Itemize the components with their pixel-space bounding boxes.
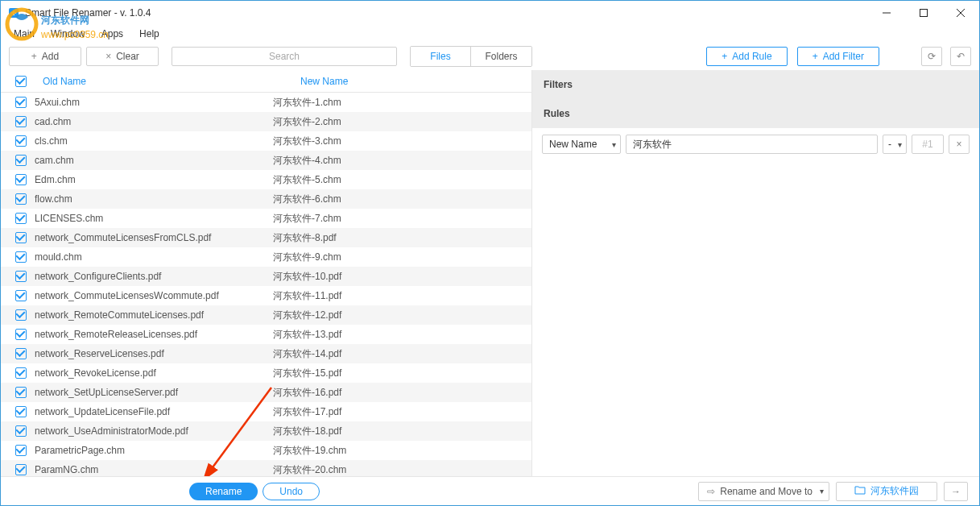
row-checkbox[interactable] — [15, 425, 27, 437]
table-row[interactable]: flow.chm河东软件-6.chm — [1, 189, 531, 209]
row-checkbox[interactable] — [15, 406, 27, 417]
table-row[interactable]: cam.chm河东软件-4.chm — [1, 151, 531, 170]
table-row[interactable]: network_ReserveLicenses.pdf河东软件-14.pdf — [1, 344, 531, 363]
old-name-cell: network_RemoteReleaseLicenses.pdf — [35, 329, 273, 340]
undo-last-button[interactable]: ↶ — [950, 47, 971, 66]
undo-button[interactable]: Undo — [263, 483, 320, 500]
rules-section-header[interactable]: Rules — [532, 99, 979, 128]
row-checkbox[interactable] — [15, 445, 27, 456]
rule-mode-select[interactable]: - — [883, 135, 907, 154]
column-old-name[interactable]: Old Name — [43, 76, 292, 87]
search-input[interactable]: Search — [172, 47, 397, 66]
row-checkbox[interactable] — [15, 271, 27, 282]
close-icon: × — [105, 51, 111, 62]
rename-button[interactable]: Rename — [189, 483, 258, 500]
menu-help[interactable]: Help — [133, 27, 166, 41]
new-name-cell: 河东软件-9.chm — [273, 251, 517, 264]
undo-icon: ↶ — [957, 51, 965, 62]
view-segment: Files Folders — [410, 46, 532, 67]
select-all-checkbox[interactable] — [15, 76, 27, 87]
table-row[interactable]: network_RevokeLicense.pdf河东软件-15.pdf — [1, 363, 531, 383]
menubar: Main Window Apps Help — [1, 25, 979, 43]
old-name-cell: network_CommuteLicensesFromCLS.pdf — [35, 232, 273, 243]
window-maximize-button[interactable] — [905, 1, 942, 25]
menu-apps[interactable]: Apps — [95, 27, 130, 41]
new-name-cell: 河东软件-14.pdf — [273, 347, 517, 361]
toolbar: +Add ×Clear Search Files Folders +Add Ru… — [1, 43, 979, 70]
old-name-cell: cls.chm — [35, 135, 273, 147]
close-icon: × — [956, 139, 961, 150]
table-row[interactable]: network_UseAdministratorMode.pdf河东软件-18.… — [1, 421, 531, 441]
row-checkbox[interactable] — [15, 155, 27, 166]
table-row[interactable]: cad.chm河东软件-2.chm — [1, 112, 531, 131]
new-name-cell: 河东软件-5.chm — [273, 173, 517, 187]
table-row[interactable]: cls.chm河东软件-3.chm — [1, 131, 531, 151]
table-row[interactable]: network_SetUpLicenseServer.pdf河东软件-16.pd… — [1, 383, 531, 402]
rule-row: New Name - × — [532, 128, 979, 160]
new-name-cell: 河东软件-20.chm — [273, 463, 517, 477]
row-checkbox[interactable] — [15, 387, 27, 398]
app-icon — [7, 6, 20, 19]
move-mode-select[interactable]: Rename and Move to — [698, 482, 829, 501]
row-checkbox[interactable] — [15, 309, 27, 321]
add-button[interactable]: +Add — [9, 47, 81, 66]
table-row[interactable]: network_UpdateLicenseFile.pdf河东软件-17.pdf — [1, 402, 531, 421]
row-checkbox[interactable] — [15, 367, 27, 379]
filters-section-header[interactable]: Filters — [532, 70, 979, 99]
table-row[interactable]: network_CommuteLicensesWcommute.pdf河东软件-… — [1, 286, 531, 305]
row-checkbox[interactable] — [15, 348, 27, 359]
row-checkbox[interactable] — [15, 329, 27, 340]
column-new-name[interactable]: New Name — [300, 76, 348, 87]
row-checkbox[interactable] — [15, 174, 27, 185]
row-checkbox[interactable] — [15, 97, 27, 108]
table-row[interactable]: network_ConfigureClients.pdf河东软件-10.pdf — [1, 267, 531, 286]
old-name-cell: network_UseAdministratorMode.pdf — [35, 425, 273, 437]
table-row[interactable]: ParametricPage.chm河东软件-19.chm — [1, 441, 531, 460]
plus-icon: + — [722, 51, 727, 62]
add-rule-button[interactable]: +Add Rule — [706, 47, 787, 66]
row-checkbox[interactable] — [15, 213, 27, 224]
tab-folders[interactable]: Folders — [471, 47, 531, 66]
menu-main[interactable]: Main — [7, 27, 41, 41]
table-row[interactable]: Edm.chm河东软件-5.chm — [1, 170, 531, 189]
row-checkbox[interactable] — [15, 193, 27, 205]
row-checkbox[interactable] — [15, 464, 27, 475]
table-row[interactable]: 5Axui.chm河东软件-1.chm — [1, 93, 531, 112]
new-name-cell: 河东软件-12.pdf — [273, 309, 517, 322]
table-row[interactable]: ParamNG.chm河东软件-20.chm — [1, 460, 531, 477]
window-close-button[interactable] — [942, 1, 979, 25]
rule-start-input[interactable] — [912, 135, 944, 154]
add-filter-button[interactable]: +Add Filter — [797, 47, 879, 66]
file-list-panel: Old Name New Name 5Axui.chm河东软件-1.chmcad… — [1, 70, 532, 477]
table-row[interactable]: network_CommuteLicensesFromCLS.pdf河东软件-8… — [1, 228, 531, 247]
table-row[interactable]: LICENSES.chm河东软件-7.chm — [1, 209, 531, 228]
new-name-cell: 河东软件-16.pdf — [273, 386, 517, 400]
menu-window[interactable]: Window — [44, 27, 92, 41]
row-checkbox[interactable] — [15, 232, 27, 243]
old-name-cell: cad.chm — [35, 116, 273, 127]
clear-button[interactable]: ×Clear — [86, 47, 159, 66]
tab-files[interactable]: Files — [411, 47, 471, 66]
refresh-button[interactable]: ⟳ — [921, 47, 942, 66]
table-row[interactable]: mould.chm河东软件-9.chm — [1, 247, 531, 267]
destination-button[interactable]: 河东软件园 — [836, 482, 937, 501]
old-name-cell: network_RemoteCommuteLicenses.pdf — [35, 309, 273, 321]
rule-type-select[interactable]: New Name — [542, 135, 621, 154]
row-checkbox[interactable] — [15, 251, 27, 263]
plus-icon: + — [31, 51, 37, 62]
rule-delete-button[interactable]: × — [949, 135, 970, 154]
old-name-cell: network_CommuteLicensesWcommute.pdf — [35, 290, 273, 301]
titlebar: Smart File Renamer - v. 1.0.4 — [1, 1, 979, 25]
execute-button[interactable]: → — [944, 482, 968, 501]
row-checkbox[interactable] — [15, 116, 27, 127]
new-name-cell: 河东软件-10.pdf — [273, 270, 517, 284]
row-checkbox[interactable] — [15, 135, 27, 147]
window-minimize-button[interactable] — [868, 1, 905, 25]
table-row[interactable]: network_RemoteCommuteLicenses.pdf河东软件-12… — [1, 305, 531, 325]
rule-value-input[interactable] — [626, 135, 878, 154]
new-name-cell: 河东软件-6.chm — [273, 193, 517, 206]
table-row[interactable]: network_RemoteReleaseLicenses.pdf河东软件-13… — [1, 325, 531, 344]
old-name-cell: Edm.chm — [35, 174, 273, 185]
row-checkbox[interactable] — [15, 290, 27, 301]
new-name-cell: 河东软件-18.pdf — [273, 425, 517, 438]
